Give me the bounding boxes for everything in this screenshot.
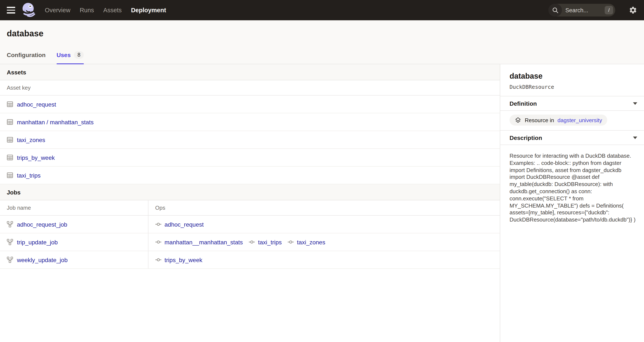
op-link[interactable]: taxi_zones [297,239,326,246]
panel-resource-type: DuckDBResource [510,84,637,90]
job-link[interactable]: adhoc_request_job [17,221,67,228]
dagster-logo-icon[interactable] [21,2,36,18]
op-link[interactable]: taxi_trips [258,239,282,246]
nav-item-runs[interactable]: Runs [80,7,94,14]
asset-link[interactable]: trips_by_week [17,154,55,161]
asset-table-icon [7,172,13,178]
asset-row: adhoc_request [0,96,500,113]
job-sitemap-icon [7,239,13,245]
chevron-down-icon [633,102,637,105]
asset-link[interactable]: adhoc_request [17,101,56,108]
tab-uses-count-badge: 8 [74,51,84,59]
job-link[interactable]: weekly_update_job [17,256,68,263]
asset-row: trips_by_week [0,149,500,166]
nav-item-assets[interactable]: Assets [104,7,122,14]
jobs-table-header: Job name Ops [0,200,500,216]
asset-key-column-header: Asset key [0,84,38,91]
op-commit-icon [288,239,294,245]
resource-badge-prefix: Resource in [525,117,554,123]
asset-link[interactable]: taxi_zones [17,136,45,143]
resource-detail-panel: database DuckDBResource Definition Resou… [500,64,644,342]
op-commit-icon [249,239,255,245]
asset-link[interactable]: taxi_trips [17,172,40,178]
page-header: database [0,20,644,46]
asset-table-icon [7,101,13,108]
panel-title: database [510,72,637,81]
op-chip: taxi_trips [249,239,282,246]
definition-section-toggle[interactable]: Definition [500,96,644,111]
definition-section-label: Definition [510,100,537,107]
asset-row: taxi_trips [0,166,500,184]
assets-section-title: Assets [7,69,26,76]
search-placeholder: Search... [562,7,605,13]
settings-gear-icon[interactable] [629,6,637,14]
content-area: Assets Asset key adhoc_request manhattan… [0,64,644,342]
job-sitemap-icon [7,256,13,263]
nav-item-deployment[interactable]: Deployment [131,7,166,14]
job-sitemap-icon [7,221,13,228]
op-link[interactable]: trips_by_week [164,256,202,263]
op-commit-icon [155,256,162,263]
asset-table-icon [7,154,13,161]
search-icon [548,4,562,16]
job-name-column-header: Job name [0,200,148,215]
op-link[interactable]: manhattan__manhattan_stats [164,239,243,246]
op-link[interactable]: adhoc_request [164,221,204,228]
description-section-body: Resource for interacting with a DuckDB d… [500,145,644,224]
uses-list: Assets Asset key adhoc_request manhattan… [0,64,500,342]
tab-uses[interactable]: Uses 8 [57,46,84,64]
jobs-section-header: Jobs [0,184,500,200]
description-section-toggle[interactable]: Description [500,131,644,145]
assets-section-header: Assets [0,64,500,80]
top-navbar: Overview Runs Assets Deployment Search..… [0,0,644,20]
resource-description-text: Resource for interacting with a DuckDB d… [510,152,638,224]
description-section-label: Description [510,134,542,141]
resource-layers-icon [514,117,521,124]
job-link[interactable]: trip_update_job [17,239,58,246]
job-row: trip_update_job manhattan__manhattan_sta… [0,233,500,251]
menu-hamburger-icon[interactable] [7,7,15,14]
job-row: adhoc_request_job adhoc_request [0,216,500,233]
tab-configuration[interactable]: Configuration [7,46,46,64]
tab-configuration-label: Configuration [7,52,46,58]
asset-row: taxi_zones [0,131,500,149]
assets-table-header: Asset key [0,80,500,96]
op-chip: trips_by_week [155,256,202,263]
ops-column-header: Ops [148,200,500,215]
tab-uses-label: Uses [57,52,71,58]
panel-header: database DuckDBResource [500,64,644,96]
op-commit-icon [155,221,162,228]
chevron-down-icon [633,136,637,139]
nav-item-overview[interactable]: Overview [45,7,70,14]
page-title: database [7,29,637,38]
asset-link[interactable]: manhattan / manhattan_stats [17,118,94,125]
app-root: Overview Runs Assets Deployment Search..… [0,0,644,342]
job-row: weekly_update_job trips_by_week [0,251,500,269]
global-search-input[interactable]: Search... / [548,4,615,16]
primary-nav: Overview Runs Assets Deployment [45,7,166,14]
asset-table-icon [7,136,13,143]
asset-table-icon [7,119,13,125]
resource-location-badge: Resource in dagster_university [510,114,607,126]
op-commit-icon [155,239,162,245]
op-chip: adhoc_request [155,221,204,228]
op-chip: taxi_zones [288,239,326,246]
search-shortcut-kbd: / [605,6,613,14]
tabs-bar: Configuration Uses 8 [0,46,644,64]
code-location-link[interactable]: dagster_university [558,117,602,123]
jobs-section-title: Jobs [7,189,20,196]
definition-section-body: Resource in dagster_university [500,111,644,131]
asset-row: manhattan / manhattan_stats [0,113,500,131]
op-chip: manhattan__manhattan_stats [155,239,243,246]
